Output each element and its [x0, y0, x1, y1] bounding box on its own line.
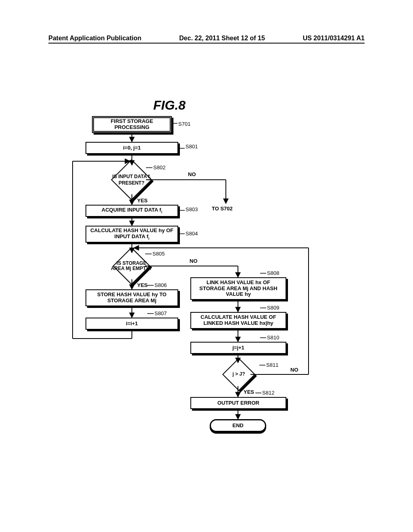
branch-yes-s802: YES [137, 197, 148, 204]
header-right: US 2011/0314291 A1 [303, 35, 365, 42]
header-left: Patent Application Publication [48, 35, 142, 42]
step-s812: OUTPUT ERROR [190, 397, 286, 409]
branch-no-s802: NO [188, 171, 196, 177]
decision-s802: IS INPUT DATA fiPRESENT? [117, 165, 146, 194]
step-s803: ACQUIRE INPUT DATA fi [86, 205, 178, 217]
step-label-s809: S809 [267, 305, 279, 311]
step-s701: FIRST STORAGE PROCESSING [92, 116, 172, 133]
step-s809: CALCULATE HASH VALUE OF LINKED HASH VALU… [190, 312, 286, 329]
flowchart-arrows [0, 0, 413, 532]
link-to-s702: TO S702 [212, 206, 233, 212]
step-label-s812: S812 [262, 390, 274, 396]
step-label-s807: S807 [154, 310, 167, 316]
step-label-s701: S701 [178, 121, 190, 127]
step-label-s811: S811 [266, 362, 278, 368]
step-s808: LINK HASH VALUE hx OF STORAGE AREA Mj AN… [190, 277, 286, 300]
step-s806: STORE HASH VALUE hy TO STORAGE AREA Mj [86, 289, 178, 306]
page-header: Patent Application Publication Dec. 22, … [48, 35, 365, 44]
step-label-s804: S804 [186, 231, 198, 237]
step-s801: i=0, j=1 [86, 142, 178, 154]
header-center: Dec. 22, 2011 Sheet 12 of 15 [179, 35, 265, 42]
step-label-s803: S803 [186, 206, 198, 212]
step-label-s810: S810 [267, 335, 279, 341]
end-terminal: END [210, 419, 266, 432]
branch-yes-s811: YES [244, 389, 254, 395]
page-container: Patent Application Publication Dec. 22, … [0, 0, 413, 532]
decision-s811: j > J? [227, 363, 250, 386]
step-s810: j=j+1 [190, 342, 286, 354]
step-s804: CALCULATE HASH VALUE hy OFINPUT DATA fi [86, 226, 178, 243]
figure-title: FIG.8 [153, 98, 186, 113]
step-s807: i=i+1 [86, 318, 178, 330]
branch-no-s805: NO [190, 258, 198, 264]
branch-no-s811: NO [290, 367, 298, 373]
step-label-s805: S805 [152, 251, 165, 257]
branch-yes-s805: YES [137, 282, 148, 288]
step-label-s808: S808 [267, 270, 279, 276]
decision-s805: IS STORAGEAREA Mj EMPTY? [118, 253, 145, 279]
step-label-s806: S806 [154, 282, 167, 288]
step-label-s801: S801 [186, 143, 198, 150]
step-label-s802: S802 [153, 164, 165, 170]
